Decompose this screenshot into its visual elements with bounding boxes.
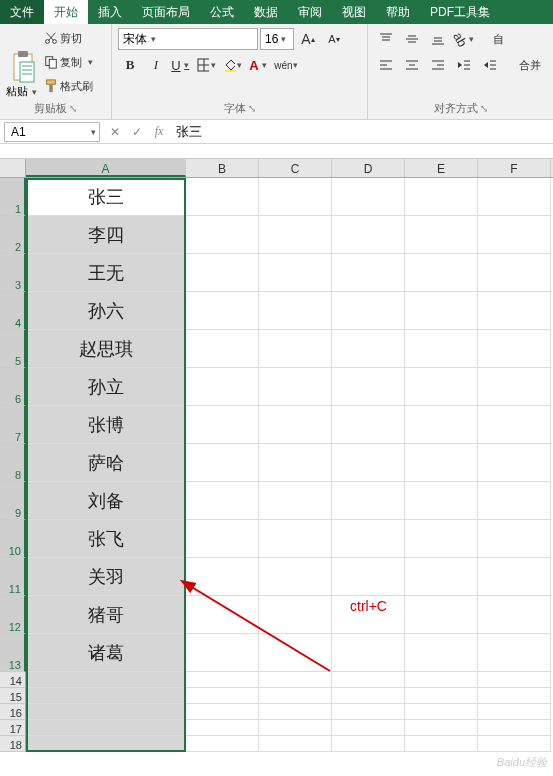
col-header-c[interactable]: C: [259, 159, 332, 177]
cell[interactable]: [405, 520, 478, 558]
cell[interactable]: 李四: [26, 216, 186, 254]
indent-dec-button[interactable]: [452, 54, 476, 76]
cell[interactable]: 刘备: [26, 482, 186, 520]
cell[interactable]: [478, 520, 551, 558]
cell[interactable]: [332, 558, 405, 596]
row-header[interactable]: 4: [0, 292, 26, 330]
cell[interactable]: [186, 720, 259, 736]
cell[interactable]: [405, 406, 478, 444]
align-middle-button[interactable]: [400, 28, 424, 50]
cell[interactable]: [259, 688, 332, 704]
shrink-font-button[interactable]: A▾: [322, 28, 346, 50]
col-header-a[interactable]: A: [26, 159, 186, 177]
cell[interactable]: [186, 688, 259, 704]
cell[interactable]: [332, 634, 405, 672]
cell[interactable]: [259, 254, 332, 292]
cell[interactable]: [186, 330, 259, 368]
paste-button[interactable]: 粘贴▾: [6, 84, 40, 99]
cell[interactable]: [259, 406, 332, 444]
cell[interactable]: [405, 330, 478, 368]
cell[interactable]: [405, 558, 478, 596]
align-right-button[interactable]: [426, 54, 450, 76]
cell[interactable]: [478, 406, 551, 444]
menu-tab-home[interactable]: 开始: [44, 0, 88, 24]
row-header[interactable]: 2: [0, 216, 26, 254]
cell[interactable]: 张飞: [26, 520, 186, 558]
menu-tab-help[interactable]: 帮助: [376, 0, 420, 24]
cell[interactable]: [478, 688, 551, 704]
cell[interactable]: [26, 672, 186, 688]
cell[interactable]: 关羽: [26, 558, 186, 596]
col-header-f[interactable]: F: [478, 159, 551, 177]
cell[interactable]: [26, 736, 186, 752]
cell[interactable]: [186, 596, 259, 634]
cell[interactable]: [186, 406, 259, 444]
row-header[interactable]: 18: [0, 736, 26, 752]
cell[interactable]: [478, 254, 551, 292]
cell[interactable]: [405, 736, 478, 752]
cell[interactable]: [259, 720, 332, 736]
row-header[interactable]: 14: [0, 672, 26, 688]
align-launcher[interactable]: ⤡: [480, 103, 488, 114]
cell[interactable]: [186, 482, 259, 520]
cell[interactable]: 王无: [26, 254, 186, 292]
align-center-button[interactable]: [400, 54, 424, 76]
cell[interactable]: [478, 720, 551, 736]
format-painter-button[interactable]: 格式刷: [44, 76, 96, 96]
cell[interactable]: [332, 704, 405, 720]
row-header[interactable]: 11: [0, 558, 26, 596]
cell[interactable]: [332, 688, 405, 704]
align-bottom-button[interactable]: [426, 28, 450, 50]
cell[interactable]: [26, 704, 186, 720]
cell[interactable]: [186, 254, 259, 292]
cell[interactable]: [405, 688, 478, 704]
cell[interactable]: [259, 330, 332, 368]
clipboard-launcher[interactable]: ⤡: [69, 103, 77, 114]
align-left-button[interactable]: [374, 54, 398, 76]
cell[interactable]: [186, 292, 259, 330]
cell[interactable]: [405, 634, 478, 672]
cell[interactable]: [478, 558, 551, 596]
cell[interactable]: [259, 368, 332, 406]
row-header[interactable]: 3: [0, 254, 26, 292]
cell[interactable]: [186, 216, 259, 254]
cell[interactable]: [332, 520, 405, 558]
cell[interactable]: [259, 292, 332, 330]
cell[interactable]: [259, 672, 332, 688]
cell[interactable]: [405, 482, 478, 520]
menu-tab-review[interactable]: 审阅: [288, 0, 332, 24]
cell[interactable]: 张博: [26, 406, 186, 444]
row-header[interactable]: 15: [0, 688, 26, 704]
copy-button[interactable]: 复制▾: [44, 52, 96, 72]
cell[interactable]: [478, 482, 551, 520]
cell[interactable]: 孙立: [26, 368, 186, 406]
cell[interactable]: [405, 254, 478, 292]
cell[interactable]: 赵思琪: [26, 330, 186, 368]
cell[interactable]: 孙六: [26, 292, 186, 330]
cell[interactable]: [259, 634, 332, 672]
cell[interactable]: [332, 444, 405, 482]
cell[interactable]: [405, 704, 478, 720]
cell[interactable]: 诸葛: [26, 634, 186, 672]
cell[interactable]: [405, 720, 478, 736]
cut-button[interactable]: 剪切: [44, 28, 96, 48]
cell[interactable]: [259, 736, 332, 752]
fill-color-button[interactable]: ▾: [222, 54, 246, 76]
col-header-e[interactable]: E: [405, 159, 478, 177]
menu-file[interactable]: 文件: [0, 0, 44, 24]
cell[interactable]: [478, 736, 551, 752]
align-top-button[interactable]: [374, 28, 398, 50]
cell[interactable]: [186, 634, 259, 672]
cell[interactable]: [478, 444, 551, 482]
indent-inc-button[interactable]: [478, 54, 502, 76]
cancel-button[interactable]: ✕: [104, 125, 126, 139]
cell[interactable]: [259, 482, 332, 520]
col-header-b[interactable]: B: [186, 159, 259, 177]
accept-button[interactable]: ✓: [126, 125, 148, 139]
bold-button[interactable]: B: [118, 54, 142, 76]
cell[interactable]: [332, 178, 405, 216]
cell[interactable]: [405, 672, 478, 688]
wrap-button[interactable]: 自: [488, 28, 509, 50]
cell[interactable]: [478, 596, 551, 634]
cell[interactable]: [186, 736, 259, 752]
